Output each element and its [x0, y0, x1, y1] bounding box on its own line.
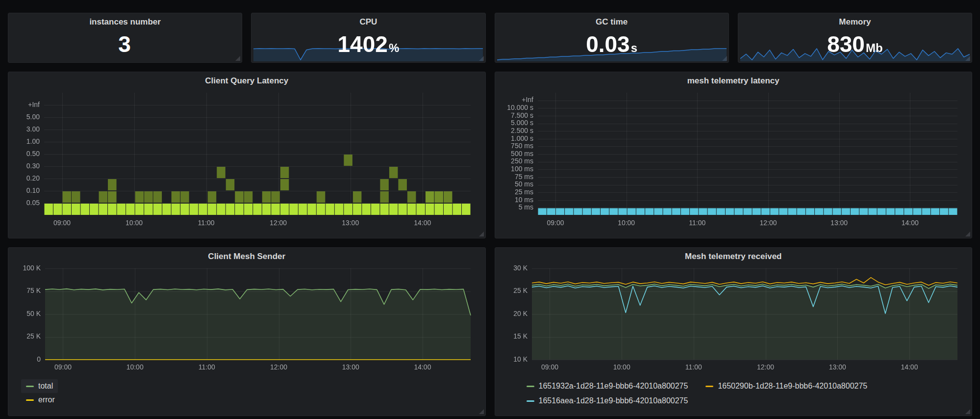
heatmap-row: Client Query Latency mesh telemetry late… — [8, 72, 972, 238]
stat-value: 3 — [8, 33, 242, 55]
stat-value: 0.03s — [495, 33, 729, 55]
panel-client-mesh-sender: Client Mesh Sender total error — [8, 247, 486, 416]
panel-title[interactable]: mesh telemetry latency — [495, 72, 972, 88]
stat-value: 1402% — [251, 33, 485, 55]
stat-value: 830Mb — [738, 33, 972, 55]
top-stats-row: instances number 3 CPU 1402% GC time 0.0… — [8, 13, 972, 63]
panel-mesh-telemetry-received: Mesh telemetry received 1651932a-1d28-11… — [495, 247, 973, 416]
panel-cpu: CPU 1402% — [251, 13, 485, 63]
panel-mesh-telemetry-latency: mesh telemetry latency — [495, 72, 973, 238]
panel-title[interactable]: Client Mesh Sender — [8, 248, 485, 263]
stat-value-unit: Mb — [866, 41, 883, 54]
panel-title[interactable]: CPU — [251, 13, 485, 29]
panel-title[interactable]: GC time — [495, 13, 729, 29]
legend-item-total[interactable]: total — [21, 379, 58, 393]
legend-label: total — [38, 379, 53, 393]
series-color-swatch — [527, 386, 534, 387]
legend-item-series-1[interactable]: 1651932a-1d28-11e9-bbb6-42010a800275 — [527, 379, 688, 393]
panel-title[interactable]: instances number — [8, 13, 242, 29]
grafana-dashboard: instances number 3 CPU 1402% GC time 0.0… — [0, 0, 980, 419]
panel-resize-handle[interactable] — [965, 409, 970, 414]
client-mesh-sender-chart[interactable] — [14, 263, 479, 377]
panel-resize-handle[interactable] — [479, 232, 484, 236]
legend-label: 16516aea-1d28-11e9-bbb6-42010a800275 — [539, 394, 688, 408]
panel-title[interactable]: Memory — [738, 13, 972, 29]
legend-item-series-3[interactable]: 16516aea-1d28-11e9-bbb6-42010a800275 — [527, 394, 688, 408]
panel-memory: Memory 830Mb — [738, 13, 972, 63]
panel-title[interactable]: Mesh telemetry received — [495, 248, 972, 263]
panel-title[interactable]: Client Query Latency — [8, 72, 485, 88]
line-chart-row: Client Mesh Sender total error Mesh tele… — [8, 247, 972, 416]
panel-gc-time: GC time 0.03s — [495, 13, 729, 63]
stat-value-unit: s — [631, 41, 637, 54]
stat-value-number: 0.03 — [586, 31, 630, 57]
legend-item-series-2[interactable]: 1650290b-1d28-11e9-bbb6-42010a800275 — [705, 379, 867, 393]
series-color-swatch — [26, 386, 34, 387]
panel-instances-number: instances number 3 — [8, 13, 242, 63]
mesh-telemetry-received-chart[interactable] — [501, 263, 966, 377]
stat-value-number: 3 — [118, 31, 131, 57]
series-color-swatch — [26, 399, 34, 401]
legend-label: 1651932a-1d28-11e9-bbb6-42010a800275 — [539, 379, 688, 393]
mesh-telemetry-latency-heatmap[interactable] — [501, 88, 966, 233]
legend: 1651932a-1d28-11e9-bbb6-42010a800275 165… — [495, 379, 972, 408]
panel-resize-handle[interactable] — [965, 232, 970, 236]
panel-client-query-latency: Client Query Latency — [8, 72, 486, 238]
client-query-latency-heatmap[interactable] — [14, 88, 479, 233]
series-color-swatch — [705, 386, 713, 387]
stat-value-unit: % — [389, 41, 399, 54]
stat-value-number: 830 — [827, 31, 865, 57]
legend-label: error — [38, 393, 55, 407]
series-color-swatch — [527, 400, 534, 402]
legend-item-error[interactable]: error — [21, 393, 60, 407]
legend-label: 1650290b-1d28-11e9-bbb6-42010a800275 — [718, 379, 867, 393]
legend: total error — [8, 379, 485, 407]
stat-value-number: 1402 — [338, 31, 388, 57]
panel-resize-handle[interactable] — [235, 56, 240, 61]
panel-resize-handle[interactable] — [479, 409, 484, 414]
